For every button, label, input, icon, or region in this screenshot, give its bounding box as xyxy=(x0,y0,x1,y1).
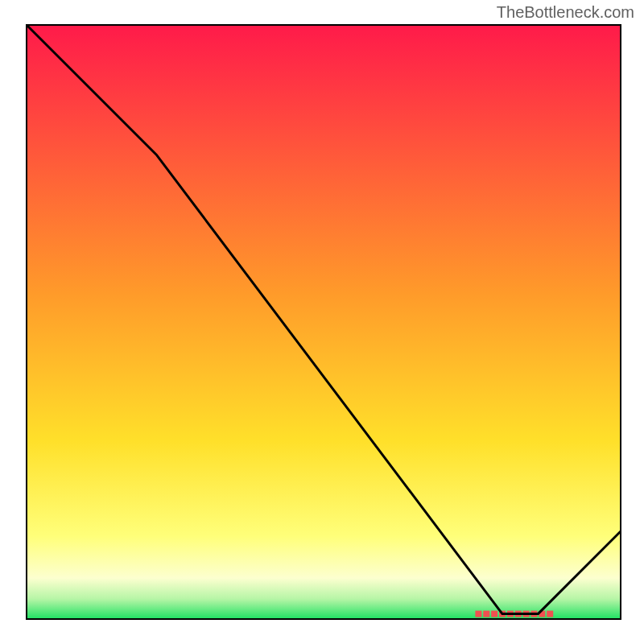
chart-area xyxy=(26,24,621,620)
line-chart xyxy=(26,24,621,620)
svg-rect-9 xyxy=(547,611,553,617)
svg-rect-0 xyxy=(475,611,481,617)
svg-rect-1 xyxy=(483,611,489,617)
attribution-label: TheBottleneck.com xyxy=(497,3,634,22)
chart-container: TheBottleneck.com xyxy=(0,0,644,644)
svg-rect-2 xyxy=(491,611,497,617)
